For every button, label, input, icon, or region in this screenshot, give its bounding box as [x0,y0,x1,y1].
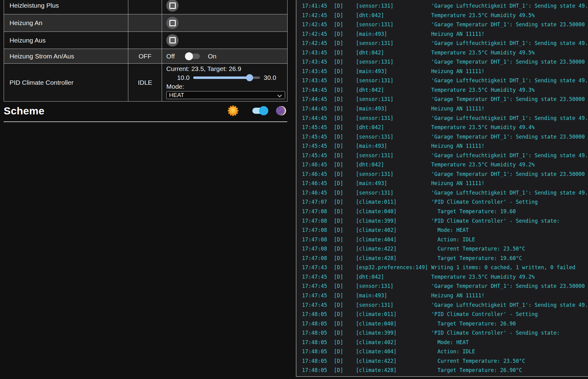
log-tag: [dht:042] [356,272,431,282]
table-row: Heizung Aus [4,32,288,49]
log-message: Action: IDLE [431,235,588,244]
log-message: Heizung AN 11111! [431,104,588,113]
log-level: [D] [334,57,356,67]
log-level: [D] [334,20,356,29]
log-message: Target Temperature: 19.60 [431,207,588,216]
scheme-divider [4,121,287,122]
log-tag: [sensor:131] [356,76,431,85]
log-line: 17:45:45 [D] [main:493] Heizung AN 11111… [302,141,588,151]
log-line: 17:47:08 [D] [climate:404] Action: IDLE [302,235,588,244]
log-line: 17:47:08 [D] [climate:040] Target Temper… [302,207,588,216]
log-level: [D] [334,235,356,244]
log-tag: [sensor:131] [356,39,431,48]
log-message: 'PID Climate Controller' - Setting [431,197,588,207]
log-level: [D] [334,197,356,207]
log-message: 'Garage Luftfeuchtigkeit DHT_1': Sending… [431,188,588,198]
log-level: [D] [334,11,356,20]
log-time: 17:48:05 [302,366,334,375]
log-tag: [sensor:131] [356,95,431,104]
log-line: 17:47:45 [D] [sensor:131] 'Garage Luftfe… [302,300,588,310]
log-message: Temperature 23.5°C Humidity 49.5% [431,11,588,20]
table-row: PID Climate Controller IDLE Current: 23.… [4,64,288,102]
log-tag: [climate:428] [356,366,431,375]
log-level: [D] [334,85,356,95]
log-time: 17:47:45 [302,272,334,282]
slider-min-label: 10.0 [177,74,190,81]
log-time: 17:47:08 [302,225,334,235]
entity-state: OFF [128,49,162,64]
switch-knob[interactable] [185,52,193,60]
log-time: 17:47:08 [302,216,334,226]
log-message: Target Temperature: 26.90 [431,319,588,329]
log-message: 'Garage Temperatur DHT_1': Sending state… [431,57,588,67]
log-panel[interactable]: 17:41:45 [D] [sensor:131] 'Garage Luftfe… [296,0,588,377]
log-message: Heizung AN 11111! [431,141,588,151]
log-time: 17:48:05 [302,347,334,356]
log-line: 17:47:07 [D] [climate:011] 'PID Climate … [302,197,588,207]
log-line: 17:46:45 [D] [dht:042] Temperature 23.5°… [302,160,588,169]
log-line: 17:48:05 [D] [climate:422] Current Tempe… [302,356,588,366]
log-time: 17:47:07 [302,197,334,207]
log-level: [D] [334,291,356,300]
log-time: 17:47:45 [302,300,334,310]
log-level: [D] [334,356,356,366]
log-time: 17:47:45 [302,281,334,291]
log-time: 17:48:05 [302,319,334,329]
log-message: Target Temperature: 26.90°C [431,366,588,375]
log-message: 'Garage Luftfeuchtigkeit DHT_1': Sending… [431,300,588,310]
log-level: [D] [334,29,356,39]
log-tag: [climate:011] [356,197,431,207]
log-message: 'Garage Luftfeuchtigkeit DHT_1': Sending… [431,39,588,48]
log-level: [D] [334,39,356,48]
entity-name: Heizung An [4,14,128,32]
press-button-heizung-aus[interactable] [166,34,179,46]
log-tag: [sensor:131] [356,20,431,29]
log-line: 17:43:45 [D] [dht:042] Temperature 23.5°… [302,48,588,58]
log-tag: [climate:399] [356,216,431,226]
log-message: Heizung AN 11111! [431,29,588,39]
table-row: Heizleistung Plus [4,0,288,14]
scheme-toggle[interactable] [252,108,267,114]
log-tag: [sensor:131] [356,113,431,123]
entity-name: Heizung Strom An/Aus [4,49,128,64]
press-button-heizleistung-plus[interactable] [166,0,179,12]
log-tag: [sensor:131] [356,151,431,160]
log-message: 'Garage Temperatur DHT_1': Sending state… [431,20,588,29]
log-level: [D] [334,188,356,198]
log-tag: [dht:042] [356,11,431,20]
target-temp-slider[interactable] [193,76,260,79]
log-tag: [climate:399] [356,328,431,338]
entity-name: Heizleistung Plus [4,0,128,14]
power-switch[interactable] [186,54,200,59]
scheme-toggle-knob[interactable] [259,106,268,115]
log-line: 17:42:45 [D] [sensor:131] 'Garage Luftfe… [302,39,588,48]
log-tag: [sensor:131] [356,169,431,179]
log-level: [D] [334,338,356,347]
log-message: Temperature 23.5°C Humidity 49.5% [431,48,588,58]
entity-state: IDLE [128,64,162,102]
mode-select[interactable]: HEAT [166,91,285,99]
log-level: [D] [334,104,356,113]
log-tag: [dht:042] [356,160,431,169]
log-line: 17:48:05 [D] [climate:404] Action: IDLE [302,347,588,356]
log-level: [D] [334,123,356,132]
log-time: 17:46:45 [302,169,334,179]
slider-knob[interactable] [246,74,253,81]
log-message: Mode: HEAT [431,225,588,235]
mode-label: Mode: [166,83,287,90]
log-time: 17:42:45 [302,11,334,20]
log-tag: [climate:011] [356,310,431,319]
log-level: [D] [334,216,356,226]
log-message: 'Garage Luftfeuchtigkeit DHT_1': Sending… [431,1,588,11]
entity-name: PID Climate Controller [4,64,128,102]
log-tag: [sensor:131] [356,132,431,142]
log-level: [D] [334,225,356,235]
press-button-heizung-an[interactable] [166,17,179,29]
log-time: 17:47:08 [302,254,334,263]
log-tag: [climate:428] [356,254,431,263]
log-message: Current Temperature: 23.50°C [431,356,588,366]
log-message: Temperature 23.5°C Humidity 49.3% [431,85,588,95]
log-tag: [main:493] [356,29,431,39]
log-time: 17:45:45 [302,132,334,142]
log-tag: [climate:040] [356,207,431,216]
